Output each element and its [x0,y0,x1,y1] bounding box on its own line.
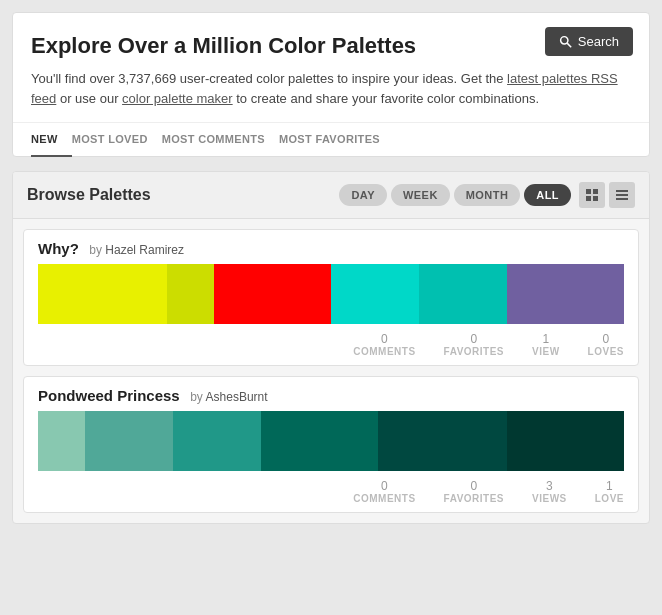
stat-label: FAVORITES [444,346,504,357]
palette-name: Pondweed Princess [38,387,180,404]
palette-item-header: Pondweed Princess by AshesBurnt [24,377,638,411]
svg-line-1 [567,43,571,47]
color-swatch [419,264,507,324]
grid-view-icon [585,188,599,202]
color-swatch [214,264,331,324]
color-swatch [38,264,167,324]
svg-rect-4 [586,196,591,201]
palette-author: AshesBurnt [206,390,268,404]
color-swatch [507,411,624,471]
svg-rect-7 [616,194,628,196]
list-view-button[interactable] [609,182,635,208]
stat-value: 0 [353,479,415,493]
palette-item: Pondweed Princess by AshesBurnt 0 COMMEN… [23,376,639,513]
palette-list: Why? by Hazel Ramirez 0 COMMENTS 0 FAVOR… [13,229,649,513]
color-bar [38,411,624,471]
stat-loves: 1 LOVE [595,479,624,504]
palette-item-header: Why? by Hazel Ramirez [24,230,638,264]
stat-label: COMMENTS [353,346,415,357]
palette-name: Why? [38,240,79,257]
nav-tabs: NEW MOST LOVED MOST COMMENTS MOST FAVORI… [13,122,649,156]
browse-header: Browse Palettes DAY WEEK MONTH ALL [13,172,649,219]
rss-link[interactable]: latest palettes RSS feed [31,71,618,106]
search-icon [559,35,572,48]
stat-value: 0 [444,332,504,346]
top-card: Search Explore Over a Million Color Pale… [12,12,650,157]
browse-section: Browse Palettes DAY WEEK MONTH ALL [12,171,650,524]
filter-week[interactable]: WEEK [391,184,450,206]
grid-view-button[interactable] [579,182,605,208]
stat-favorites: 0 FAVORITES [444,332,504,357]
stat-label: FAVORITES [444,493,504,504]
palette-stats: 0 COMMENTS 0 FAVORITES 3 VIEWS 1 LOVE [24,471,638,512]
stat-value: 0 [444,479,504,493]
color-swatch [85,411,173,471]
filter-all[interactable]: ALL [524,184,571,206]
filter-buttons: DAY WEEK MONTH ALL [339,184,571,206]
stat-favorites: 0 FAVORITES [444,479,504,504]
tab-most-loved[interactable]: MOST LOVED [72,123,162,157]
palette-stats: 0 COMMENTS 0 FAVORITES 1 VIEW 0 LOVES [24,324,638,365]
color-swatch [261,411,378,471]
tab-most-comments[interactable]: MOST COMMENTS [162,123,279,157]
stat-value: 0 [353,332,415,346]
stat-label: VIEWS [532,493,567,504]
color-swatch [378,411,507,471]
palette-item: Why? by Hazel Ramirez 0 COMMENTS 0 FAVOR… [23,229,639,366]
stat-views: 1 VIEW [532,332,560,357]
stat-value: 0 [588,332,624,346]
maker-link[interactable]: color palette maker [122,91,233,106]
browse-title: Browse Palettes [27,186,339,204]
page-title: Explore Over a Million Color Palettes [31,33,631,59]
description-text: You'll find over 3,737,669 user-created … [31,69,631,108]
svg-rect-2 [586,189,591,194]
svg-rect-8 [616,198,628,200]
view-toggle [579,182,635,208]
stat-label: LOVE [595,493,624,504]
svg-point-0 [560,37,567,44]
stat-label: COMMENTS [353,493,415,504]
palette-by: by [89,243,105,257]
search-label: Search [578,34,619,49]
stat-label: LOVES [588,346,624,357]
search-button[interactable]: Search [545,27,633,56]
svg-rect-5 [593,196,598,201]
color-bar [38,264,624,324]
color-swatch [38,411,85,471]
filter-month[interactable]: MONTH [454,184,521,206]
stat-comments: 0 COMMENTS [353,479,415,504]
tab-most-favorites[interactable]: MOST FAVORITES [279,123,394,157]
stat-value: 1 [532,332,560,346]
stat-value: 1 [595,479,624,493]
tab-new[interactable]: NEW [31,123,72,157]
color-swatch [331,264,419,324]
palette-author: Hazel Ramirez [105,243,184,257]
stat-label: VIEW [532,346,560,357]
filter-day[interactable]: DAY [339,184,387,206]
color-swatch [167,264,214,324]
palette-by: by [190,390,205,404]
stat-views: 3 VIEWS [532,479,567,504]
stat-value: 3 [532,479,567,493]
list-view-icon [615,188,629,202]
svg-rect-6 [616,190,628,192]
color-swatch [507,264,624,324]
stat-loves: 0 LOVES [588,332,624,357]
color-swatch [173,411,261,471]
svg-rect-3 [593,189,598,194]
stat-comments: 0 COMMENTS [353,332,415,357]
